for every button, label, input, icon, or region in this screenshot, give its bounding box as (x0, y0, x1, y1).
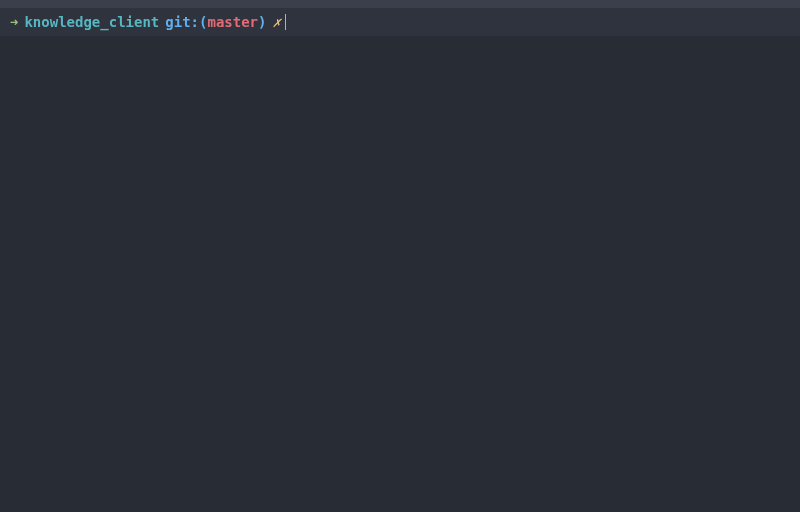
git-paren-close: ) (258, 12, 266, 32)
window-titlebar (0, 0, 800, 9)
git-paren-open: ( (199, 12, 207, 32)
prompt-arrow-icon: ➜ (10, 12, 18, 32)
cwd: knowledge_client (24, 12, 159, 32)
git-branch: master (207, 12, 258, 32)
git-label: git: (165, 12, 199, 32)
terminal-window: ➜ knowledge_client git: ( master ) ✗ (0, 0, 800, 512)
shell-prompt-line[interactable]: ➜ knowledge_client git: ( master ) ✗ (0, 9, 800, 36)
git-dirty-icon: ✗ (272, 12, 280, 32)
text-cursor[interactable] (285, 14, 286, 30)
